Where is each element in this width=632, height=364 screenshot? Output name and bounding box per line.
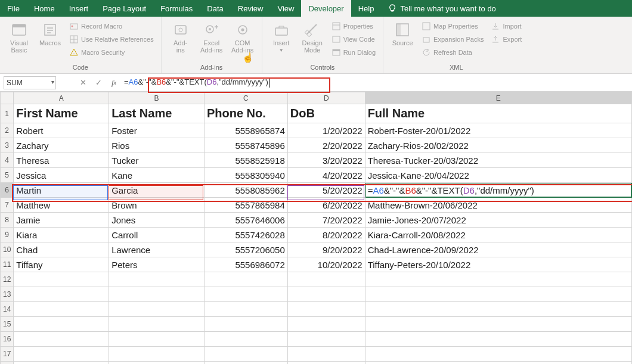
col-header-C[interactable]: C <box>204 92 287 104</box>
record-macro-button[interactable]: Record Macro <box>67 20 156 32</box>
cell-A7[interactable]: Matthew <box>14 198 109 213</box>
cell-empty[interactable] <box>365 302 631 317</box>
cell-C7[interactable]: 5557865984 <box>204 198 287 213</box>
cell-empty[interactable] <box>365 317 631 332</box>
cell-empty[interactable] <box>14 317 109 332</box>
cell-C4[interactable]: 5558525918 <box>204 153 287 168</box>
row-header-13[interactable]: 13 <box>1 287 14 302</box>
menu-tab-view[interactable]: View <box>270 0 301 17</box>
cell-B10[interactable]: Lawrence <box>109 242 205 257</box>
map-properties-button[interactable]: Map Properties <box>419 20 486 32</box>
header-cell[interactable]: Phone No. <box>204 104 287 123</box>
cell-C3[interactable]: 5558745896 <box>204 138 287 153</box>
header-cell[interactable]: Last Name <box>109 104 205 123</box>
cell-empty[interactable] <box>287 347 365 362</box>
row-header-5[interactable]: 5 <box>1 168 14 183</box>
cell-E11[interactable]: Tiffany-Peters-20/10/2022 <box>365 257 631 272</box>
design-mode-button[interactable]: Design Mode <box>298 19 327 54</box>
cell-A9[interactable]: Kiara <box>14 228 109 242</box>
macro-security-button[interactable]: Macro Security <box>67 46 156 58</box>
cell-E6[interactable]: =A6&"-"&B6&"-"&TEXT(D6,"dd/mm/yyyy") <box>365 183 631 198</box>
row-header-6[interactable]: 6 <box>1 183 14 198</box>
cell-empty[interactable] <box>204 302 287 317</box>
row-header-4[interactable]: 4 <box>1 153 14 168</box>
cell-empty[interactable] <box>204 272 287 287</box>
menu-tab-file[interactable]: File <box>0 0 27 17</box>
menu-tab-insert[interactable]: Insert <box>62 0 96 17</box>
cell-empty[interactable] <box>204 287 287 302</box>
cell-empty[interactable] <box>287 272 365 287</box>
visual-basic-button[interactable]: Visual Basic <box>5 19 33 54</box>
cell-empty[interactable] <box>14 302 109 317</box>
menu-tab-data[interactable]: Data <box>200 0 230 17</box>
cell-B5[interactable]: Kane <box>109 168 205 183</box>
row-header-9[interactable]: 9 <box>1 228 14 242</box>
run-dialog-button[interactable]: Run Dialog <box>329 46 378 58</box>
row-header-7[interactable]: 7 <box>1 198 14 213</box>
cell-empty[interactable] <box>365 332 631 347</box>
row-header-17[interactable]: 17 <box>1 347 14 362</box>
row-header-11[interactable]: 11 <box>1 257 14 272</box>
cell-A11[interactable]: Tiffany <box>14 257 109 272</box>
cell-C11[interactable]: 5556986072 <box>204 257 287 272</box>
cell-empty[interactable] <box>204 362 287 365</box>
row-header-1[interactable]: 1 <box>1 104 14 123</box>
worksheet-table[interactable]: ABCDE1First NameLast NamePhone No.DoBFul… <box>0 92 632 364</box>
header-cell[interactable]: First Name <box>14 104 109 123</box>
cell-empty[interactable] <box>287 362 365 365</box>
tell-me-search[interactable]: Tell me what you want to do <box>381 0 503 17</box>
cell-empty[interactable] <box>109 332 205 347</box>
cell-C10[interactable]: 5557206050 <box>204 242 287 257</box>
cell-empty[interactable] <box>287 287 365 302</box>
select-all-corner[interactable] <box>1 92 14 104</box>
menu-tab-page-layout[interactable]: Page Layout <box>95 0 153 17</box>
cell-E9[interactable]: Kiara-Carroll-20/08/2022 <box>365 228 631 242</box>
cell-A5[interactable]: Jessica <box>14 168 109 183</box>
formula-input[interactable]: =A6&"-"&B6&"-"&TEXT(D6,"dd/mm/yyyy") <box>124 77 628 87</box>
cell-E5[interactable]: Jessica-Kane-20/04/2022 <box>365 168 631 183</box>
refresh-data-button[interactable]: Refresh Data <box>419 46 486 58</box>
cell-C5[interactable]: 5558305940 <box>204 168 287 183</box>
cell-empty[interactable] <box>287 332 365 347</box>
fx-icon[interactable]: fx <box>109 77 119 88</box>
cell-empty[interactable] <box>109 347 205 362</box>
addins-button[interactable]: Add- ins <box>166 19 195 54</box>
cell-empty[interactable] <box>14 362 109 365</box>
cell-E8[interactable]: Jamie-Jones-20/07/2022 <box>365 213 631 228</box>
macros-button[interactable]: Macros <box>36 19 64 46</box>
cell-empty[interactable] <box>109 272 205 287</box>
properties-button[interactable]: Properties <box>329 20 378 32</box>
row-header-8[interactable]: 8 <box>1 213 14 228</box>
cell-empty[interactable] <box>14 347 109 362</box>
cell-empty[interactable] <box>109 302 205 317</box>
cell-empty[interactable] <box>109 317 205 332</box>
cell-D3[interactable]: 2/20/2022 <box>287 138 365 153</box>
cell-E4[interactable]: Theresa-Tucker-20/03/2022 <box>365 153 631 168</box>
cell-empty[interactable] <box>204 347 287 362</box>
row-header-3[interactable]: 3 <box>1 138 14 153</box>
cell-D10[interactable]: 9/20/2022 <box>287 242 365 257</box>
menu-tab-developer[interactable]: Developer <box>301 0 351 17</box>
cell-D6[interactable]: 5/20/2022 <box>287 183 365 198</box>
header-cell[interactable]: Full Name <box>365 104 631 123</box>
import-button[interactable]: Import <box>488 20 524 32</box>
cell-B11[interactable]: Peters <box>109 257 205 272</box>
cell-C8[interactable]: 5557646006 <box>204 213 287 228</box>
cell-B9[interactable]: Carroll <box>109 228 205 242</box>
cell-E7[interactable]: Matthew-Brown-20/06/2022 <box>365 198 631 213</box>
cell-C2[interactable]: 5558965874 <box>204 123 287 138</box>
enter-formula-button[interactable]: ✓ <box>93 77 104 88</box>
cell-E3[interactable]: Zachary-Rios-20/02/2022 <box>365 138 631 153</box>
cell-empty[interactable] <box>204 332 287 347</box>
cell-B2[interactable]: Foster <box>109 123 205 138</box>
cell-A10[interactable]: Chad <box>14 242 109 257</box>
menu-tab-review[interactable]: Review <box>231 0 271 17</box>
cell-A2[interactable]: Robert <box>14 123 109 138</box>
view-code-button[interactable]: View Code <box>329 33 378 45</box>
cell-B3[interactable]: Rios <box>109 138 205 153</box>
cancel-formula-button[interactable]: ✕ <box>78 77 88 88</box>
export-button[interactable]: Export <box>488 33 524 45</box>
name-box[interactable]: SUM ▾ <box>4 76 56 89</box>
col-header-A[interactable]: A <box>14 92 109 104</box>
cell-B7[interactable]: Brown <box>109 198 205 213</box>
